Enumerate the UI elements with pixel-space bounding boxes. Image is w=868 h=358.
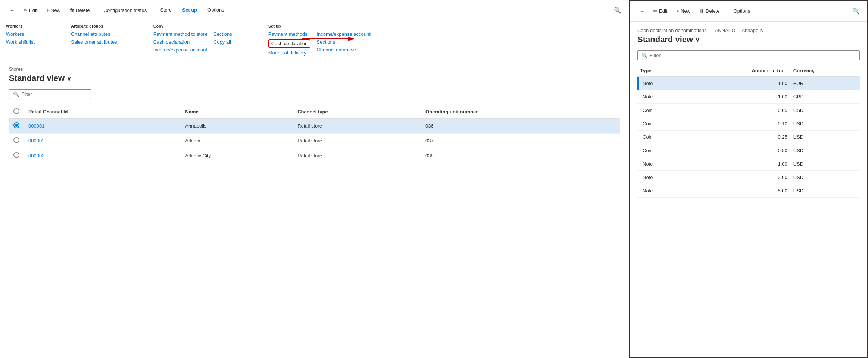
tab-options[interactable]: Options xyxy=(202,4,230,16)
ribbon-item-payment-methods[interactable]: Payment methods xyxy=(268,31,311,37)
row-type: Coin xyxy=(637,144,684,157)
ribbon-item-cash-declaration-copy[interactable]: Cash declaration xyxy=(153,39,207,45)
chevron-down-icon[interactable]: ∨ xyxy=(67,75,71,82)
row-channel-type: Retail store xyxy=(293,119,421,134)
row-operating-unit: 036 xyxy=(421,119,620,134)
stores-label: Stores xyxy=(9,66,620,72)
row-amount: 0.25 xyxy=(684,131,790,144)
list-item[interactable]: Coin 0.50 USD xyxy=(637,144,860,157)
ribbon-group-title-workers: Workers xyxy=(6,24,35,28)
ribbon-item-payment-method[interactable]: Payment method to store xyxy=(153,31,207,37)
right-filter-bar[interactable]: 🔍 xyxy=(637,50,860,60)
ribbon-item-workers[interactable]: Workers xyxy=(6,31,35,37)
ribbon-item-sections-setup[interactable]: Sections xyxy=(316,39,371,45)
col-channel-type: Channel type xyxy=(293,105,421,119)
row-radio-cell xyxy=(9,119,24,134)
row-type: Coin xyxy=(637,131,684,144)
ribbon-item-income-expense-copy[interactable]: Income/expense account xyxy=(153,47,207,53)
row-type: Note xyxy=(637,184,684,198)
ribbon-item-channel-database[interactable]: Channel database xyxy=(316,47,371,53)
config-status-button[interactable]: Configuration status xyxy=(100,5,151,15)
row-currency: USD xyxy=(790,171,860,184)
filter-field-left[interactable] xyxy=(21,91,87,97)
stores-table: Retail Channel Id Name Channel type Oper… xyxy=(9,105,620,163)
ribbon-item-sections-copy[interactable]: Sections xyxy=(213,31,232,37)
row-amount: 1.00 xyxy=(684,90,790,104)
select-all-radio[interactable] xyxy=(13,108,19,114)
tab-store[interactable]: Store xyxy=(155,4,177,16)
right-delete-button[interactable]: 🗑 Delete xyxy=(696,6,724,16)
row-currency: USD xyxy=(790,184,860,198)
right-filter-field[interactable] xyxy=(650,53,856,58)
right-delete-icon: 🗑 xyxy=(699,8,704,14)
search-icon[interactable]: 🔍 xyxy=(612,5,623,15)
row-amount: 1.00 xyxy=(684,157,790,171)
ribbon-items-workers: Workers Work shift list xyxy=(6,31,35,45)
ribbon-item-channel-attributes[interactable]: Channel attributes xyxy=(71,31,117,37)
list-item[interactable]: Note 5.00 USD xyxy=(637,184,860,198)
right-filter-icon: 🔍 xyxy=(641,53,647,58)
list-item[interactable]: Note 2.00 USD xyxy=(637,171,860,184)
row-type: Note xyxy=(637,90,684,104)
row-channel-id[interactable]: 000002 xyxy=(24,134,181,148)
edit-button[interactable]: ✏ Edit xyxy=(20,5,41,15)
filter-bar-left: 🔍 xyxy=(9,89,620,99)
right-panel: ← ✏ Edit + New 🗑 Delete Options 🔍 Cash d… xyxy=(629,0,868,358)
ribbon-item-income-expense-setup[interactable]: Income/expense account xyxy=(316,31,371,37)
tab-setup[interactable]: Set up xyxy=(177,4,202,16)
right-new-button[interactable]: + New xyxy=(672,6,694,16)
col-currency: Currency xyxy=(790,65,860,77)
ribbon-sep-2 xyxy=(135,24,135,56)
table-row[interactable]: 000003 Atlantic City Retail store 038 xyxy=(9,148,620,163)
right-back-button[interactable]: ← xyxy=(636,6,648,16)
table-row[interactable]: 000001 Annapolis Retail store 036 xyxy=(9,119,620,134)
row-currency: USD xyxy=(790,157,860,171)
list-item[interactable]: Note 1.00 EUR xyxy=(637,77,860,90)
delete-button[interactable]: 🗑 Delete xyxy=(66,5,94,15)
config-status-label: Configuration status xyxy=(104,7,147,13)
right-edit-label: Edit xyxy=(659,8,667,14)
delete-icon: 🗑 xyxy=(69,7,74,13)
right-edit-button[interactable]: ✏ Edit xyxy=(650,6,671,16)
list-item[interactable]: Coin 0.10 USD xyxy=(637,117,860,131)
ribbon-item-work-shift[interactable]: Work shift list xyxy=(6,39,35,45)
ribbon-item-copy-all[interactable]: Copy all xyxy=(213,39,232,45)
ribbon-item-cash-declaration-setup[interactable]: Cash declaration xyxy=(268,39,311,48)
row-channel-id[interactable]: 000001 xyxy=(24,119,181,134)
breadcrumb-title: Cash declaration denominations xyxy=(637,28,707,33)
list-item[interactable]: Note 1.00 USD xyxy=(637,157,860,171)
tab-nav: Store Set up Options xyxy=(155,4,230,16)
denominations-table: Type Amount in tra... Currency Note 1.00… xyxy=(637,65,860,198)
row-currency: GBP xyxy=(790,90,860,104)
ribbon: Workers Workers Work shift list Attribut… xyxy=(0,21,629,60)
ribbon-item-modes-delivery[interactable]: Modes of delivery xyxy=(268,50,311,56)
right-options-label: Options xyxy=(734,8,750,14)
ribbon-item-sales-order-attributes[interactable]: Sales order attributes xyxy=(71,39,117,45)
ribbon-col-attributes: Channel attributes Sales order attribute… xyxy=(71,31,117,45)
filter-input-left[interactable]: 🔍 xyxy=(9,89,91,99)
right-search-icon[interactable]: 🔍 xyxy=(851,6,861,16)
row-radio[interactable] xyxy=(13,152,19,158)
right-chevron-icon[interactable]: ∨ xyxy=(695,36,700,43)
ribbon-col-copy-2: Sections Copy all xyxy=(213,31,232,53)
list-item[interactable]: Coin 0.05 USD xyxy=(637,104,860,117)
list-item[interactable]: Coin 0.25 USD xyxy=(637,131,860,144)
back-button[interactable]: ← xyxy=(6,5,18,15)
row-radio[interactable] xyxy=(13,122,19,128)
edit-label: Edit xyxy=(29,7,37,13)
table-row[interactable]: 000002 Atlanta Retail store 037 xyxy=(9,134,620,148)
edit-icon: ✏ xyxy=(24,7,28,13)
right-options-button[interactable]: Options xyxy=(730,6,754,16)
filter-search-icon: 🔍 xyxy=(13,91,19,97)
ribbon-group-title-attributes: Attribute groups xyxy=(71,24,117,28)
row-operating-unit: 037 xyxy=(421,134,620,148)
ribbon-group-setup: Set up Payment methods Cash declaration … xyxy=(268,24,371,56)
col-retail-channel-id: Retail Channel Id xyxy=(24,105,181,119)
ribbon-sep-3 xyxy=(250,24,250,56)
ribbon-sep-1 xyxy=(53,24,53,56)
delete-label: Delete xyxy=(76,7,90,13)
row-radio[interactable] xyxy=(13,137,19,143)
list-item[interactable]: Note 1.00 GBP xyxy=(637,90,860,104)
new-button[interactable]: + New xyxy=(43,5,64,15)
row-channel-id[interactable]: 000003 xyxy=(24,148,181,163)
